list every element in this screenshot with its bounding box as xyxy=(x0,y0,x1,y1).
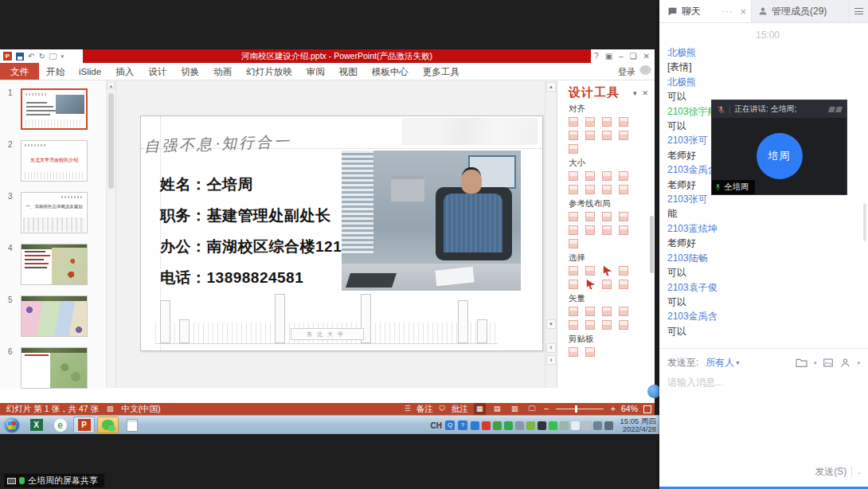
ribbon-tab[interactable]: 模板中心 xyxy=(365,63,416,80)
taskbar-powerpoint-icon[interactable]: P xyxy=(73,417,95,433)
select-same-format-icon[interactable] xyxy=(569,266,578,276)
fit-to-window-button[interactable] xyxy=(643,405,651,413)
security-shield-tray-icon[interactable] xyxy=(504,421,513,430)
scroll-down-icon[interactable]: ▼ xyxy=(546,319,556,329)
send-button[interactable]: 发送(S) xyxy=(815,465,846,479)
equal-size-icon[interactable] xyxy=(602,171,612,181)
select-arrow-icon[interactable] xyxy=(585,280,595,289)
contact-info-block[interactable]: 姓名：仝培周职务：基建管理处副处长办公：南湖校区综合楼1213电话：138988… xyxy=(160,169,350,293)
taskbar-notepad-icon[interactable] xyxy=(121,417,143,433)
message-input[interactable]: 请输入消息... xyxy=(659,370,868,396)
ime-help-icon[interactable]: ? xyxy=(458,421,467,430)
panel-close-icon[interactable]: ✕ xyxy=(642,89,648,97)
chat-history-icon[interactable] xyxy=(796,358,807,368)
reading-view-button[interactable]: ▥ xyxy=(509,403,521,415)
slide-canvas[interactable]: 自强不息·知行合一 姓名：仝培周职务：基建管理处副处长办公：南湖校区综合楼121… xyxy=(140,115,543,351)
thumbnail-slide-2[interactable]: 2 东北大学浑南校区介绍 xyxy=(0,140,115,182)
align-left-icon[interactable] xyxy=(569,117,578,127)
editor-scrollbar[interactable]: ▲ ▼ ↟ ↡ xyxy=(545,80,557,388)
taskbar-browser-icon[interactable]: e xyxy=(49,417,71,433)
align-middle-icon[interactable] xyxy=(569,131,578,140)
network-bars-tray-icon[interactable] xyxy=(593,421,602,430)
distribute-v-icon[interactable] xyxy=(619,131,628,140)
mention-member-icon[interactable] xyxy=(840,358,850,368)
guide-left-icon[interactable] xyxy=(569,212,578,221)
thumbnail-slide-5[interactable]: 5 xyxy=(0,295,115,337)
spell-check-icon[interactable]: ▨ xyxy=(107,403,114,415)
panel-menu-button[interactable] xyxy=(849,0,868,22)
vector-pen-icon[interactable] xyxy=(619,320,628,330)
zoom-out-button[interactable]: − xyxy=(544,403,549,415)
normal-view-button[interactable]: ▦ xyxy=(474,403,486,415)
design-panel-scrollbar[interactable] xyxy=(650,216,654,273)
zoom-percentage[interactable]: 64% xyxy=(621,403,638,415)
select-copy-icon[interactable] xyxy=(619,280,628,289)
ribbon-display-options-button[interactable]: ▣ xyxy=(605,52,612,61)
account-avatar[interactable] xyxy=(639,65,651,77)
thumbnail-slide-3[interactable]: 3 一、浑南校区总体概况及规划 xyxy=(0,192,115,233)
ribbon-tab[interactable]: 设计 xyxy=(141,63,174,80)
equal-width-icon[interactable] xyxy=(569,171,578,181)
chat-scrollbar[interactable] xyxy=(863,203,866,241)
thumbnail-slide-1[interactable]: 1 xyxy=(0,88,115,130)
ribbon-tab[interactable]: iSlide xyxy=(72,63,108,80)
tab-manage-members[interactable]: 管理成员(29) xyxy=(752,0,849,22)
netdisk-tray-icon[interactable] xyxy=(471,421,479,430)
chat-more-options-icon[interactable]: ··· xyxy=(721,6,733,16)
history-dropdown-icon[interactable]: ▾ xyxy=(814,360,817,366)
ribbon-tab[interactable]: 动画 xyxy=(206,63,239,80)
thumbnail-slide-4[interactable]: 4 xyxy=(0,244,115,285)
vector-subtract-icon[interactable] xyxy=(602,307,612,316)
volume-tray-icon[interactable] xyxy=(604,421,613,430)
qat-dropdown-icon[interactable]: ▾ xyxy=(61,53,64,61)
undo-icon[interactable]: ↶ xyxy=(28,53,34,61)
distribute-h-icon[interactable] xyxy=(602,131,612,140)
ribbon-tab[interactable]: 插入 xyxy=(108,63,141,80)
align-top-icon[interactable] xyxy=(619,117,628,127)
ime-icon[interactable]: Q xyxy=(445,421,455,430)
antivirus-tray-icon[interactable] xyxy=(493,421,502,430)
guide-bottom-icon[interactable] xyxy=(585,225,595,235)
panel-dropdown-icon[interactable]: ▾ xyxy=(633,89,637,97)
ribbon-tab[interactable]: 开始 xyxy=(39,63,72,80)
vector-union-icon[interactable] xyxy=(585,307,595,316)
ribbon-tab[interactable]: 视图 xyxy=(332,63,365,80)
arrange-grid-icon[interactable] xyxy=(569,144,578,154)
start-button[interactable] xyxy=(5,418,19,432)
align-center-h-icon[interactable] xyxy=(585,117,595,127)
portrait-photo[interactable] xyxy=(342,151,521,291)
zoom-in-button[interactable]: + xyxy=(611,403,616,415)
ribbon-tab[interactable]: 文件 xyxy=(0,63,39,80)
guide-vertical-icon[interactable] xyxy=(619,225,628,235)
toggle-notes-button[interactable]: 备注 xyxy=(416,403,433,415)
send-options-dropdown-icon[interactable]: ⌄ xyxy=(857,469,862,475)
start-slideshow-icon[interactable]: 🖵︎ xyxy=(49,53,57,61)
scroll-up-icon[interactable]: ▲ xyxy=(546,82,556,92)
send-to-dropdown-icon[interactable]: ▾ xyxy=(736,359,739,366)
select-same-fill-icon[interactable] xyxy=(619,266,628,276)
select-same-size-icon[interactable] xyxy=(585,266,595,276)
scroll-up-icon[interactable]: ▲ xyxy=(108,82,115,89)
clipboard-copy-icon[interactable] xyxy=(569,347,578,357)
align-bottom-icon[interactable] xyxy=(585,131,595,140)
vector-shape-icon[interactable] xyxy=(569,307,578,316)
tab-chat[interactable]: 聊天 ··· × xyxy=(659,0,752,22)
mention-dropdown-icon[interactable]: ▾ xyxy=(857,360,860,366)
vector-text-icon[interactable] xyxy=(602,320,612,330)
guide-center-icon[interactable] xyxy=(585,212,595,221)
action-center-flag-tray-icon[interactable] xyxy=(571,421,580,430)
select-same-outline-icon[interactable] xyxy=(569,280,578,289)
language-bar[interactable]: CH xyxy=(431,421,442,430)
login-link[interactable]: 登录 xyxy=(618,63,635,80)
taskbar-wechat-icon[interactable] xyxy=(97,417,119,433)
guide-horizontal-icon[interactable] xyxy=(602,225,612,235)
select-group-icon[interactable] xyxy=(602,280,612,289)
guide-middle-icon[interactable] xyxy=(569,225,578,235)
vector-exclude-icon[interactable] xyxy=(569,320,578,330)
guide-grid-icon[interactable] xyxy=(569,239,578,248)
ribbon-tab[interactable]: 切换 xyxy=(174,63,206,80)
guard-shield-tray-icon[interactable] xyxy=(526,421,535,430)
ribbon-tab[interactable]: 审阅 xyxy=(299,63,332,80)
slide-sorter-view-button[interactable]: ▤ xyxy=(491,403,503,415)
redo-icon[interactable]: ↻ xyxy=(38,53,45,61)
